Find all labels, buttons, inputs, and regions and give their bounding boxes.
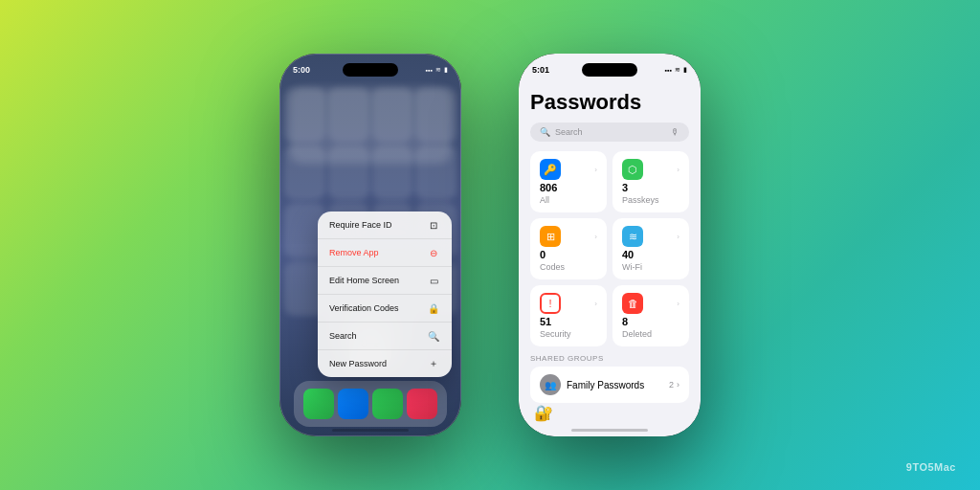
phone2-screen: 5:01 ▪▪▪ ≋ ▮ Passwords 🔍 Search 🎙 🔑 bbox=[519, 54, 701, 436]
all-count: 806 bbox=[540, 182, 597, 193]
category-codes[interactable]: ⊞ › 0 Codes bbox=[530, 218, 607, 279]
security-icon: ! bbox=[540, 293, 561, 314]
menu-item-search[interactable]: Search 🔍 bbox=[318, 323, 452, 350]
search-icon: 🔍 bbox=[427, 329, 440, 343]
status-time-right: 5:01 bbox=[532, 65, 549, 75]
shared-groups-header: SHARED GROUPS bbox=[530, 354, 689, 363]
menu-label-faceid: Require Face ID bbox=[329, 220, 392, 230]
context-menu: Require Face ID ⊡ Remove App ⊖ Edit Home… bbox=[318, 212, 452, 377]
passkeys-count: 3 bbox=[622, 182, 679, 193]
passkeys-icon: ⬡ bbox=[622, 159, 643, 180]
menu-label-new-password: New Password bbox=[329, 359, 387, 368]
status-icons-left: ▪▪▪ ≋ ▮ bbox=[426, 66, 448, 74]
all-label: All bbox=[540, 195, 597, 205]
signal-icon-left: ▪▪▪ bbox=[426, 67, 433, 74]
menu-item-verification[interactable]: Verification Codes 🔒 bbox=[318, 295, 452, 323]
menu-label-verification: Verification Codes bbox=[329, 303, 399, 313]
passkeys-label: Passkeys bbox=[622, 195, 679, 205]
phone-left: 5:00 ▪▪▪ ≋ ▮ Require Face ID ⊡ Remove Ap… bbox=[279, 54, 461, 436]
group-icon: 👥 bbox=[540, 374, 561, 395]
bottom-toolbar: 🔐 bbox=[519, 404, 701, 422]
home-indicator-left bbox=[332, 429, 409, 432]
all-chevron: › bbox=[594, 166, 597, 174]
watermark: 9TO5Mac bbox=[906, 461, 956, 473]
phone1-screen: 5:00 ▪▪▪ ≋ ▮ Require Face ID ⊡ Remove Ap… bbox=[279, 54, 461, 436]
menu-item-new-password[interactable]: New Password ＋ bbox=[318, 350, 452, 377]
wifi-icon-right: ≋ bbox=[675, 66, 680, 74]
codes-count: 0 bbox=[540, 249, 597, 260]
menu-label-edit: Edit Home Screen bbox=[329, 276, 399, 285]
security-label: Security bbox=[540, 329, 597, 339]
codes-label: Codes bbox=[540, 262, 597, 272]
group-chevron: › bbox=[677, 380, 679, 390]
menu-item-remove[interactable]: Remove App ⊖ bbox=[318, 239, 452, 267]
all-icon: 🔑 bbox=[540, 159, 561, 180]
wifi-count: 40 bbox=[622, 249, 679, 260]
battery-icon-left: ▮ bbox=[444, 66, 448, 74]
passwords-toolbar-icon[interactable]: 🔐 bbox=[534, 404, 553, 422]
passwords-content: Passwords 🔍 Search 🎙 🔑 › 806 All bbox=[519, 80, 701, 436]
dock-music[interactable] bbox=[407, 389, 437, 419]
deleted-icon: 🗑 bbox=[622, 293, 643, 314]
wifi-icon-left: ≋ bbox=[435, 66, 441, 74]
codes-icon: ⊞ bbox=[540, 226, 561, 247]
category-wifi[interactable]: ≋ › 40 Wi-Fi bbox=[612, 218, 689, 279]
search-bar[interactable]: 🔍 Search 🎙 bbox=[530, 122, 689, 142]
menu-item-faceid[interactable]: Require Face ID ⊡ bbox=[318, 212, 452, 239]
category-all[interactable]: 🔑 › 806 All bbox=[530, 151, 607, 212]
menu-item-edit[interactable]: Edit Home Screen ▭ bbox=[318, 267, 452, 295]
microphone-icon: 🎙 bbox=[671, 127, 679, 137]
deleted-chevron: › bbox=[677, 300, 679, 308]
category-deleted[interactable]: 🗑 › 8 Deleted bbox=[612, 285, 689, 346]
group-count: 2 bbox=[669, 380, 674, 390]
phone-icon: ▭ bbox=[427, 274, 440, 287]
dynamic-island-left bbox=[343, 63, 398, 77]
dock-messages[interactable] bbox=[372, 389, 403, 419]
status-icons-right: ▪▪▪ ≋ ▮ bbox=[665, 66, 687, 74]
passwords-title: Passwords bbox=[530, 90, 689, 115]
group-count-chevron: 2 › bbox=[669, 380, 679, 390]
search-icon-passwords: 🔍 bbox=[540, 127, 550, 137]
category-grid: 🔑 › 806 All ⬡ › 3 Passkeys bbox=[530, 151, 689, 346]
dock bbox=[294, 381, 447, 427]
codes-chevron: › bbox=[594, 233, 597, 241]
passkeys-chevron: › bbox=[677, 166, 679, 174]
battery-icon-right: ▮ bbox=[683, 66, 687, 74]
plus-icon: ＋ bbox=[427, 357, 440, 370]
phone-right: 5:01 ▪▪▪ ≋ ▮ Passwords 🔍 Search 🎙 🔑 bbox=[519, 54, 701, 436]
wifi-label: Wi-Fi bbox=[622, 262, 679, 272]
deleted-label: Deleted bbox=[622, 329, 679, 339]
home-indicator-right bbox=[571, 429, 648, 432]
shared-group-family[interactable]: 👥 Family Passwords 2 › bbox=[530, 367, 689, 403]
shared-group-left: 👥 Family Passwords bbox=[540, 374, 644, 395]
search-placeholder: Search bbox=[555, 127, 666, 137]
category-security[interactable]: ! › 51 Security bbox=[530, 285, 607, 346]
lock-icon: 🔒 bbox=[427, 301, 440, 315]
wifi-chevron: › bbox=[677, 233, 679, 241]
menu-label-search: Search bbox=[329, 331, 357, 341]
dynamic-island-right bbox=[582, 63, 637, 77]
faceid-icon: ⊡ bbox=[427, 218, 440, 232]
security-chevron: › bbox=[594, 300, 597, 308]
security-count: 51 bbox=[540, 316, 597, 327]
wifi-category-icon: ≋ bbox=[622, 226, 643, 247]
category-passkeys[interactable]: ⬡ › 3 Passkeys bbox=[612, 151, 689, 212]
status-time-left: 5:00 bbox=[293, 65, 310, 75]
dock-safari[interactable] bbox=[338, 389, 368, 419]
signal-icon-right: ▪▪▪ bbox=[665, 67, 672, 74]
group-name: Family Passwords bbox=[567, 380, 644, 390]
deleted-count: 8 bbox=[622, 316, 679, 327]
minus-circle-icon: ⊖ bbox=[427, 246, 440, 259]
menu-label-remove: Remove App bbox=[329, 248, 379, 257]
dock-phone[interactable] bbox=[303, 389, 334, 419]
